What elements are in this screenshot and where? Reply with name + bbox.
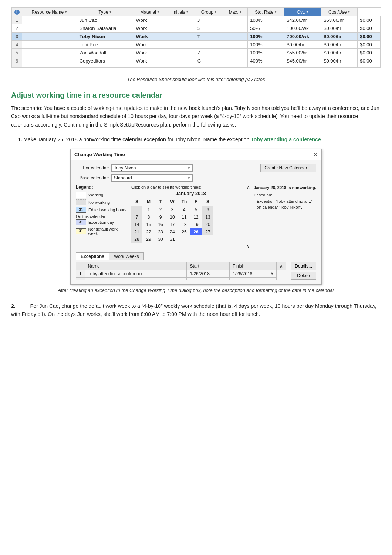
row-ovt[interactable]: $0.00/hr [321, 24, 358, 33]
exception-finish-empty[interactable] [230, 278, 277, 280]
row-type[interactable]: Work [134, 24, 166, 33]
cal-day-9[interactable]: 9 [155, 213, 166, 221]
row-initials[interactable]: Z [195, 49, 223, 57]
row-std-rate[interactable]: $55.00/hr [284, 49, 321, 57]
cal-day-11[interactable]: 11 [179, 213, 190, 221]
row-material[interactable] [166, 41, 195, 49]
initials-filter-arrow[interactable]: ▼ [186, 10, 189, 14]
row-cost-use[interactable]: $0.00 [358, 49, 381, 57]
row-std-rate[interactable]: $0.00/hr [284, 41, 321, 49]
row-std-rate[interactable]: $45.00/hr [284, 57, 321, 65]
row-initials[interactable]: T [195, 33, 223, 41]
resource-row[interactable]: 6 Copyeditors Work C 400% $45.00/hr $0.0… [12, 57, 381, 65]
col-group[interactable]: Group ▼ [195, 8, 223, 16]
cal-day-1[interactable]: 1 [143, 206, 154, 213]
row-type[interactable]: Work [134, 49, 166, 57]
col-initials[interactable]: Initials ▼ [166, 8, 195, 16]
col-cost-use[interactable]: Cost/Use ▼ [321, 8, 358, 16]
row-max[interactable]: 100% [248, 49, 284, 57]
row-max[interactable]: 100% [248, 16, 284, 24]
exception-name-1[interactable]: Toby attending a conference [85, 270, 187, 278]
row-type[interactable]: Work [134, 33, 166, 41]
for-calendar-dropdown-arrow[interactable]: ∨ [187, 166, 190, 170]
cal-day-30[interactable]: 30 [155, 235, 166, 243]
cal-day-14[interactable]: 14 [131, 221, 142, 228]
row-max[interactable]: 50% [248, 24, 284, 33]
row-initials[interactable]: C [195, 57, 223, 65]
row-material[interactable] [166, 24, 195, 33]
row-group[interactable] [223, 57, 247, 65]
row-cost-use[interactable]: $0.00 [358, 16, 381, 24]
row-name[interactable]: Toni Poe [77, 41, 134, 49]
row-group[interactable] [223, 24, 247, 33]
resource-row[interactable]: 1 Jun Cao Work J 100% $42.00/hr $63.00/h… [12, 16, 381, 24]
row-name[interactable]: Copyeditors [77, 57, 134, 65]
row-cost-use[interactable]: $0.00 [358, 41, 381, 49]
row-max[interactable]: 100% [248, 33, 284, 41]
cal-day-2[interactable]: 2 [155, 206, 166, 213]
cal-day-13[interactable]: 13 [202, 213, 213, 221]
row-cost-use[interactable]: $0.00 [358, 24, 381, 33]
resource-row[interactable]: 5 Zac Woodall Work Z 100% $55.00/hr $0.0… [12, 49, 381, 57]
row-group[interactable] [223, 16, 247, 24]
scroll-down-arrow[interactable]: ∨ [247, 243, 250, 249]
cal-day-10[interactable]: 10 [167, 213, 178, 221]
col-type[interactable]: Type ▼ [77, 8, 134, 16]
row-std-rate[interactable]: 100.00/wk [284, 24, 321, 33]
cal-day-16[interactable]: 16 [155, 221, 166, 228]
max-filter-arrow[interactable]: ▼ [239, 10, 242, 14]
row-ovt[interactable]: $0.00/hr [321, 33, 358, 41]
cal-day-19[interactable]: 19 [190, 221, 202, 228]
base-calendar-dropdown-arrow[interactable]: ∨ [187, 176, 190, 180]
tab-exceptions[interactable]: Exceptions [76, 252, 109, 260]
row-group[interactable] [223, 41, 247, 49]
row-cost-use[interactable]: $0.00 [358, 33, 381, 41]
col-ovt[interactable]: Ovt. ▼ [284, 8, 321, 16]
row-group[interactable] [223, 49, 247, 57]
cal-day-8[interactable]: 8 [143, 213, 154, 221]
cal-day-12[interactable]: 12 [190, 213, 202, 221]
row-max[interactable]: 400% [248, 57, 284, 65]
exception-start-empty[interactable] [187, 278, 230, 280]
cal-day-4[interactable]: 4 [179, 206, 190, 213]
for-calendar-input[interactable]: Toby Nixon ∨ [111, 164, 193, 172]
cal-day-29[interactable]: 29 [143, 235, 154, 243]
row-initials[interactable]: J [195, 16, 223, 24]
details-button[interactable]: Details... [291, 262, 316, 270]
cal-day-6[interactable]: 6 [202, 206, 213, 213]
delete-button[interactable]: Delete [291, 272, 316, 280]
row-cost-use[interactable]: $0.00 [358, 57, 381, 65]
exception-finish-dropdown[interactable]: ∨ [271, 271, 273, 275]
row-std-rate[interactable]: 700.00/wk [284, 33, 321, 41]
create-new-calendar-button[interactable]: Create New Calendar ... [260, 164, 316, 172]
cal-day-22[interactable]: 22 [143, 228, 154, 235]
exception-start-1[interactable]: 1/26/2018 [187, 270, 230, 278]
material-filter-arrow[interactable]: ▼ [157, 10, 160, 14]
exception-row-1[interactable]: 1 Toby attending a conference 1/26/2018 … [76, 270, 286, 278]
row-initials[interactable]: S [195, 24, 223, 33]
cal-day-31[interactable]: 31 [167, 235, 178, 243]
col-material[interactable]: Material ▼ [134, 8, 166, 16]
row-std-rate[interactable]: $42.00/hr [284, 16, 321, 24]
exceptions-col-scroll[interactable]: ∧ [277, 262, 286, 270]
cal-day-5[interactable]: 5 [190, 206, 202, 213]
cal-day-20[interactable]: 20 [202, 221, 213, 228]
row-material[interactable] [166, 57, 195, 65]
scroll-up-arrow[interactable]: ∧ [247, 185, 250, 190]
row-material[interactable] [166, 16, 195, 24]
resource-row[interactable]: 4 Toni Poe Work T 100% $0.00/hr $0.00/hr… [12, 41, 381, 49]
base-calendar-input[interactable]: Standard ∨ [111, 174, 193, 182]
cal-day-3[interactable]: 3 [167, 206, 178, 213]
row-type[interactable]: Work [134, 16, 166, 24]
exception-name-empty[interactable] [85, 278, 187, 280]
cal-day-25[interactable]: 25 [179, 228, 190, 235]
cal-day-15[interactable]: 15 [143, 221, 154, 228]
row-name[interactable]: Zac Woodall [77, 49, 134, 57]
col-std-rate[interactable]: Std. Rate ▼ [248, 8, 284, 16]
row-ovt[interactable]: $0.00/hr [321, 57, 358, 65]
cal-day-27[interactable]: 27 [202, 228, 213, 235]
ovt-filter-arrow[interactable]: ▼ [306, 10, 309, 14]
cal-day-empty-1[interactable] [131, 206, 142, 213]
resource-row[interactable]: 2 Sharon Salavaria Work S 50% 100.00/wk … [12, 24, 381, 33]
cal-day-28[interactable]: 28 [131, 235, 142, 243]
